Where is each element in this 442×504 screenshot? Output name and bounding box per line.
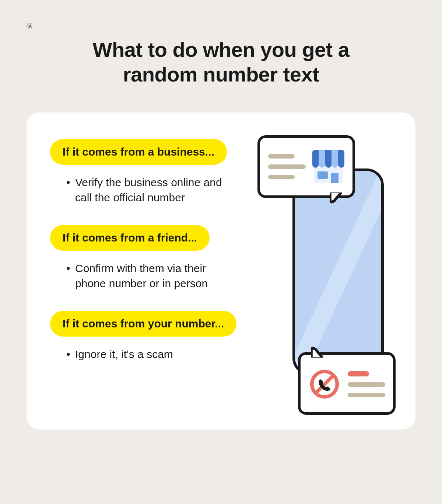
text-lines-icon	[348, 371, 385, 397]
bullet-item: Verify the business online and call the …	[67, 175, 236, 205]
pill-heading-your-number: If it comes from your number...	[50, 311, 236, 337]
store-icon	[312, 150, 344, 183]
bubble-tail-icon	[330, 191, 342, 204]
pill-heading-friend: If it comes from a friend...	[50, 225, 210, 251]
text-column: If it comes from a business... Verify th…	[50, 139, 263, 400]
content-card: If it comes from a business... Verify th…	[27, 112, 415, 430]
bullet-list: Verify the business online and call the …	[50, 175, 263, 205]
line-bar	[268, 175, 295, 179]
speech-bubble-no-call	[298, 352, 396, 415]
bullet-list: Confirm with them via their phone number…	[50, 261, 263, 291]
line-bar	[348, 393, 385, 397]
svg-rect-0	[330, 191, 342, 192]
section-friend: If it comes from a friend... Confirm wit…	[50, 225, 263, 291]
illustration-column	[270, 139, 392, 400]
line-bar	[348, 382, 385, 387]
line-bar-red	[348, 371, 369, 376]
bullet-item: Confirm with them via their phone number…	[67, 261, 236, 291]
section-your-number: If it comes from your number... Ignore i…	[50, 311, 263, 362]
section-business: If it comes from a business... Verify th…	[50, 139, 263, 205]
line-bar	[268, 164, 306, 169]
bubble-tail-icon	[311, 346, 323, 359]
no-call-icon	[309, 368, 340, 400]
svg-rect-1	[311, 358, 323, 359]
bullet-list: Ignore it, it's a scam	[50, 347, 263, 362]
page-title: What to do when you get a random number …	[55, 37, 387, 87]
text-lines-icon	[268, 154, 306, 179]
pill-heading-business: If it comes from a business...	[50, 139, 227, 165]
line-bar	[268, 154, 295, 159]
speech-bubble-store	[257, 135, 355, 198]
bullet-item: Ignore it, it's a scam	[67, 347, 236, 362]
